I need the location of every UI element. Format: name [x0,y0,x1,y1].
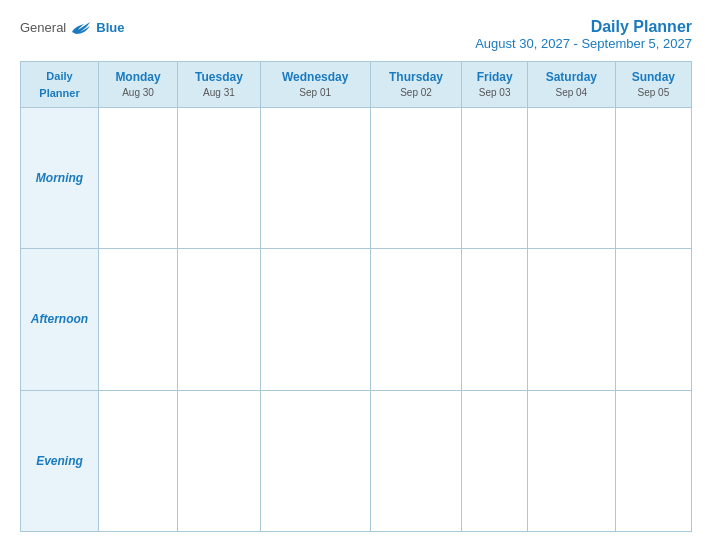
cell-tuesday-morning[interactable] [178,108,261,249]
cell-thursday-afternoon[interactable] [370,249,462,390]
time-afternoon: Afternoon [21,249,99,390]
time-evening: Evening [21,390,99,531]
header-tuesday: Tuesday Aug 31 [178,62,261,108]
header-wednesday: Wednesday Sep 01 [260,62,370,108]
cell-monday-afternoon[interactable] [99,249,178,390]
cell-monday-evening[interactable] [99,390,178,531]
cell-saturday-afternoon[interactable] [527,249,615,390]
planner-table: Daily Planner Monday Aug 30 Tuesday Aug … [20,61,692,532]
planner-date-range: August 30, 2027 - September 5, 2027 [475,36,692,51]
header-sunday: Sunday Sep 05 [615,62,691,108]
cell-sunday-morning[interactable] [615,108,691,249]
header-daily-planner: Daily Planner [21,62,99,108]
table-row-afternoon: Afternoon [21,249,692,390]
table-header-row: Daily Planner Monday Aug 30 Tuesday Aug … [21,62,692,108]
cell-friday-evening[interactable] [462,390,528,531]
cell-tuesday-afternoon[interactable] [178,249,261,390]
time-morning: Morning [21,108,99,249]
table-row-morning: Morning [21,108,692,249]
cell-tuesday-evening[interactable] [178,390,261,531]
header-saturday: Saturday Sep 04 [527,62,615,108]
cell-monday-morning[interactable] [99,108,178,249]
logo-blue-text: Blue [96,20,124,35]
header-friday: Friday Sep 03 [462,62,528,108]
cell-saturday-evening[interactable] [527,390,615,531]
cell-wednesday-evening[interactable] [260,390,370,531]
table-row-evening: Evening [21,390,692,531]
logo-general-text: General [20,20,66,35]
cell-sunday-evening[interactable] [615,390,691,531]
logo-area: General Blue [20,18,124,36]
cell-wednesday-afternoon[interactable] [260,249,370,390]
page-header: General Blue Daily Planner August 30, 20… [20,18,692,51]
cell-sunday-afternoon[interactable] [615,249,691,390]
cell-friday-afternoon[interactable] [462,249,528,390]
title-area: Daily Planner August 30, 2027 - Septembe… [475,18,692,51]
cell-friday-morning[interactable] [462,108,528,249]
cell-thursday-evening[interactable] [370,390,462,531]
header-monday: Monday Aug 30 [99,62,178,108]
cell-saturday-morning[interactable] [527,108,615,249]
logo-bird-icon [70,18,92,36]
header-thursday: Thursday Sep 02 [370,62,462,108]
cell-wednesday-morning[interactable] [260,108,370,249]
planner-title: Daily Planner [475,18,692,36]
cell-thursday-morning[interactable] [370,108,462,249]
